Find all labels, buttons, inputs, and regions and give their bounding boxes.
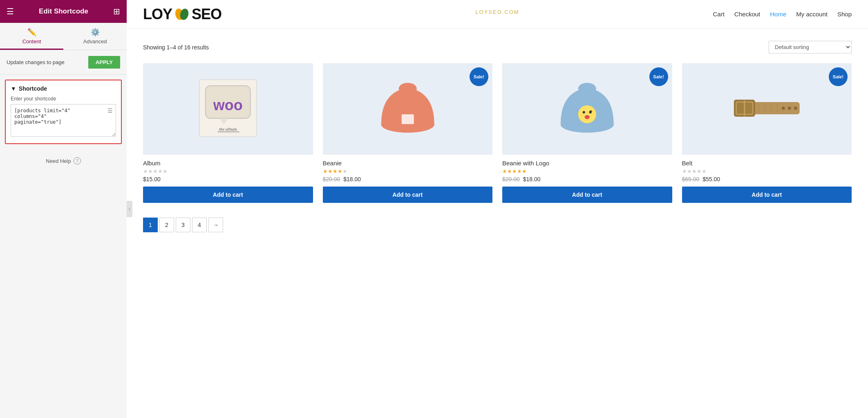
svg-point-22 xyxy=(781,107,785,110)
beanie-logo-image xyxy=(506,67,668,149)
gear-icon: ⚙️ xyxy=(91,28,100,37)
add-to-cart-button[interactable]: Add to cart xyxy=(502,187,672,203)
sale-badge: Sale! xyxy=(470,67,488,86)
sort-select[interactable]: Default sorting Sort by popularity Sort … xyxy=(769,41,852,53)
album-image: woo the album xyxy=(147,67,309,149)
product-card: woo the album Album ★★★★★ $15.00 Add to … xyxy=(143,63,313,203)
pencil-icon: ✏️ xyxy=(27,28,36,37)
chevron-down-icon: ▼ xyxy=(11,85,16,92)
main-content: LOY SEO LOYSEO.COM Cart Checkout Home My… xyxy=(127,0,868,418)
product-rating: ★★★★★ xyxy=(502,168,672,174)
shortcode-panel: ▼ Shortcode Enter your shortcode [produc… xyxy=(5,80,122,144)
belt-image xyxy=(686,67,848,149)
hamburger-icon[interactable]: ☰ xyxy=(7,7,14,16)
results-text: Showing 1–4 of 16 results xyxy=(143,44,209,51)
tab-content[interactable]: ✏️ Content xyxy=(0,23,63,50)
products-grid: woo the album Album ★★★★★ $15.00 Add to … xyxy=(143,63,852,203)
product-image-wrap: woo the album xyxy=(143,63,313,155)
shortcode-label: Enter your shortcode xyxy=(11,96,116,102)
product-price: $15.00 xyxy=(143,176,313,182)
svg-point-18 xyxy=(585,115,590,119)
shortcode-input[interactable]: [products limit="4" columns="4" paginate… xyxy=(11,104,116,137)
svg-text:woo: woo xyxy=(213,97,243,113)
product-price: $20.00 $18.00 xyxy=(502,176,672,182)
nav-myaccount[interactable]: My account xyxy=(796,11,828,18)
pagination: 1 2 3 4 → xyxy=(143,218,852,232)
collapse-handle[interactable]: ‹ xyxy=(127,201,132,217)
star-empty: ★★★★★ xyxy=(143,168,168,174)
update-bar: Update changes to page APPLY xyxy=(0,50,127,75)
product-card: Sale! Beanie ★★★★★ xyxy=(323,63,493,203)
svg-point-23 xyxy=(787,107,791,110)
page-1-button[interactable]: 1 xyxy=(143,218,158,232)
product-rating: ★★★★★ xyxy=(682,168,852,174)
page-4-button[interactable]: 4 xyxy=(192,218,207,232)
watermark: LOYSEO.COM xyxy=(475,9,519,15)
product-image-wrap: Sale! xyxy=(682,63,852,155)
svg-point-19 xyxy=(578,83,596,94)
sidebar: ☰ Edit Shortcode ⊞ ✏️ Content ⚙️ Advance… xyxy=(0,0,127,418)
product-price: $65.00 $55.00 xyxy=(682,176,852,182)
product-name: Beanie xyxy=(323,160,493,167)
tab-advanced[interactable]: ⚙️ Advanced xyxy=(63,23,127,50)
logo-icon xyxy=(173,5,191,23)
svg-text:the album: the album xyxy=(219,127,237,131)
sale-badge: Sale! xyxy=(829,67,848,86)
list-icon: ☰ xyxy=(107,107,113,114)
product-price: $20.00 $18.00 xyxy=(323,176,493,182)
product-name: Belt xyxy=(682,160,852,167)
nav-shop[interactable]: Shop xyxy=(837,11,852,18)
product-rating: ★★★★★ xyxy=(323,168,493,174)
add-to-cart-button[interactable]: Add to cart xyxy=(143,187,313,203)
sidebar-title: Edit Shortcode xyxy=(39,7,88,16)
svg-point-12 xyxy=(398,83,416,94)
help-icon: ? xyxy=(74,157,81,165)
add-to-cart-button[interactable]: Add to cart xyxy=(323,187,493,203)
page-next-button[interactable]: → xyxy=(208,218,223,232)
nav-checkout[interactable]: Checkout xyxy=(734,11,760,18)
page-2-button[interactable]: 2 xyxy=(159,218,174,232)
shortcode-title: ▼ Shortcode xyxy=(11,85,116,92)
add-to-cart-button[interactable]: Add to cart xyxy=(682,187,852,203)
sale-badge: Sale! xyxy=(649,67,668,86)
svg-rect-11 xyxy=(401,114,414,124)
nav-links: Cart Checkout Home My account Shop xyxy=(713,11,852,18)
svg-point-15 xyxy=(578,105,596,123)
grid-icon[interactable]: ⊞ xyxy=(113,7,120,16)
apply-button[interactable]: APPLY xyxy=(88,56,120,69)
product-image-wrap: Sale! xyxy=(502,63,672,155)
top-nav: LOY SEO LOYSEO.COM Cart Checkout Home My… xyxy=(127,0,868,29)
nav-cart[interactable]: Cart xyxy=(713,11,725,18)
product-card: Sale! xyxy=(682,63,852,203)
update-text: Update changes to page xyxy=(7,59,65,65)
sidebar-header: ☰ Edit Shortcode ⊞ xyxy=(0,0,127,23)
product-image-wrap: Sale! xyxy=(323,63,493,155)
product-name: Album xyxy=(143,160,313,167)
nav-home[interactable]: Home xyxy=(770,11,786,18)
product-card: Sale! xyxy=(502,63,672,203)
sidebar-tabs: ✏️ Content ⚙️ Advanced xyxy=(0,23,127,50)
svg-point-24 xyxy=(794,107,797,110)
svg-point-16 xyxy=(583,111,585,113)
product-name: Beanie with Logo xyxy=(502,160,672,167)
shortcode-textarea-wrap: [products limit="4" columns="4" paginate… xyxy=(11,104,116,138)
shop-content: Showing 1–4 of 16 results Default sortin… xyxy=(127,29,868,245)
product-rating: ★★★★★ xyxy=(143,168,313,174)
need-help-link[interactable]: Need Help ? xyxy=(0,149,127,173)
page-3-button[interactable]: 3 xyxy=(176,218,190,232)
beanie-image xyxy=(327,67,489,149)
results-bar: Showing 1–4 of 16 results Default sortin… xyxy=(143,41,852,53)
logo[interactable]: LOY SEO xyxy=(143,5,221,23)
